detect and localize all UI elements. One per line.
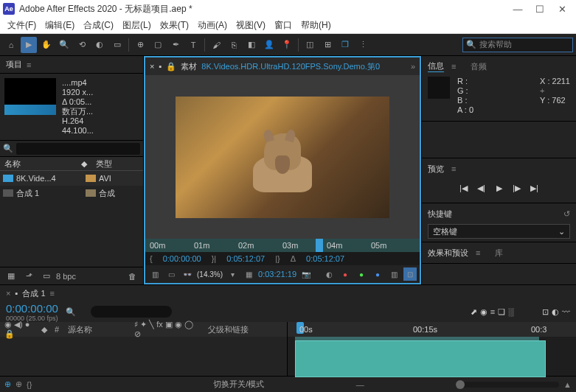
orbit-tool[interactable]: ⟲: [74, 37, 90, 53]
trash-icon[interactable]: 🗑: [124, 268, 140, 284]
tab-close-icon[interactable]: ×: [6, 289, 10, 298]
preview-area[interactable]: [145, 75, 420, 239]
list-item[interactable]: 合成 1 合成: [0, 186, 143, 200]
vb-icon[interactable]: ▥: [148, 267, 162, 281]
align-tool[interactable]: ❐: [337, 37, 353, 53]
tab-library[interactable]: 库: [495, 248, 503, 259]
puppet-tool[interactable]: 📍: [279, 37, 295, 53]
menu-file[interactable]: 文件(F): [3, 19, 41, 32]
extra-tool[interactable]: ⋮: [355, 37, 371, 53]
red-icon[interactable]: ●: [339, 267, 352, 281]
prev-frame-button[interactable]: ◀|: [476, 182, 487, 194]
current-time[interactable]: 0:03:21:19: [258, 270, 296, 279]
vb-active-icon[interactable]: ⊡: [403, 267, 417, 281]
camera-icon[interactable]: 📷: [299, 267, 313, 281]
tl-tool-icon[interactable]: ⬈: [471, 307, 477, 317]
menu-edit[interactable]: 编辑(E): [41, 19, 79, 32]
brush-tool[interactable]: 🖌: [208, 37, 224, 53]
tl-bottom-icon[interactable]: ⊕: [4, 379, 11, 389]
toggle-switches[interactable]: 切换开关/模式: [213, 379, 264, 390]
folder-icon[interactable]: ▭: [38, 268, 55, 284]
eraser-tool[interactable]: ◧: [243, 37, 260, 53]
time-ruler[interactable]: 00m 01m 02m 03m 04m 05m: [145, 239, 420, 252]
first-frame-button[interactable]: |◀: [458, 182, 470, 194]
col-name[interactable]: 名称: [0, 158, 81, 169]
clip-bar[interactable]: [295, 340, 546, 377]
panel-menu-icon[interactable]: ≡: [50, 289, 55, 298]
panel-menu-icon[interactable]: ≡: [27, 60, 31, 69]
search-icon[interactable]: 🔍: [3, 144, 13, 153]
viewer-tab-label[interactable]: 素材: [181, 61, 197, 72]
blend-icon[interactable]: ▪: [159, 62, 162, 71]
timeline-ruler[interactable]: 00s 00:15s 00:3: [288, 322, 576, 337]
tab-info[interactable]: 信息: [428, 60, 444, 72]
tab-audio[interactable]: 音频: [471, 61, 487, 72]
out-time[interactable]: 0:05:12:07: [226, 254, 265, 263]
project-filter[interactable]: [16, 143, 140, 155]
bpc-label[interactable]: 8 bpc: [56, 272, 76, 281]
close-button[interactable]: ✕: [551, 0, 573, 18]
home-icon[interactable]: ⌂: [3, 37, 19, 53]
panel-menu-icon[interactable]: ≡: [451, 62, 456, 71]
shortcut-select[interactable]: 空格键 ⌄: [428, 224, 570, 239]
zoom-in-icon[interactable]: ▲: [563, 380, 572, 389]
close-tab-icon[interactable]: ×: [150, 62, 154, 71]
menu-anim[interactable]: 动画(A): [193, 19, 232, 32]
tl-bottom-icon[interactable]: ⊕: [15, 379, 22, 389]
mask-tool[interactable]: ◫: [302, 37, 318, 53]
lock-icon[interactable]: 🔒: [166, 62, 176, 71]
hand-tool[interactable]: ✋: [38, 37, 55, 53]
menu-layer[interactable]: 图层(L): [118, 19, 156, 32]
vb-icon[interactable]: ▦: [242, 267, 255, 281]
col-parent[interactable]: 父级和链接: [204, 324, 253, 335]
camera-tool[interactable]: ▭: [109, 37, 125, 53]
menu-comp[interactable]: 合成(C): [79, 19, 118, 32]
timeline-search[interactable]: [91, 306, 172, 318]
in-time[interactable]: 0:00:00:00: [163, 254, 201, 263]
text-tool[interactable]: T: [185, 37, 201, 53]
col-type[interactable]: 类型: [96, 158, 143, 169]
vb-icon[interactable]: ▥: [387, 267, 400, 281]
play-button[interactable]: ▶: [493, 182, 505, 194]
panel-menu-icon[interactable]: ≡: [476, 248, 480, 257]
menu-effect[interactable]: 效果(T): [156, 19, 193, 32]
zoom-level[interactable]: (14.3%): [197, 267, 223, 281]
menu-window[interactable]: 窗口: [270, 19, 296, 32]
minimize-button[interactable]: —: [507, 0, 529, 18]
interpret-icon[interactable]: ▦: [3, 268, 19, 284]
snap-tool[interactable]: ⊞: [319, 37, 336, 53]
tl-tool-icon[interactable]: ◐: [552, 307, 559, 317]
col-source[interactable]: 源名称: [63, 324, 130, 335]
green-icon[interactable]: ●: [355, 267, 368, 281]
vb-icon[interactable]: ▾: [226, 267, 239, 281]
project-tab[interactable]: 项目: [6, 59, 22, 70]
menu-view[interactable]: 视图(V): [232, 19, 270, 32]
vb-icon[interactable]: ◐: [322, 267, 336, 281]
roto-tool[interactable]: 👤: [261, 37, 277, 53]
zoom-out-icon[interactable]: —: [356, 380, 364, 389]
timeline-timecode[interactable]: 0:00:00:00: [6, 302, 58, 315]
col-tag[interactable]: ◆: [81, 159, 96, 169]
maximize-button[interactable]: ☐: [529, 0, 551, 18]
panel-menu-icon[interactable]: ≡: [451, 164, 456, 173]
anchor-tool[interactable]: ⊕: [132, 37, 148, 53]
zoom-tool[interactable]: 🔍: [56, 37, 72, 53]
vb-icon[interactable]: ▭: [164, 267, 178, 281]
menu-help[interactable]: 帮助(H): [296, 19, 336, 32]
reset-icon[interactable]: ↺: [563, 209, 570, 219]
tl-tool-icon[interactable]: 〰: [562, 307, 570, 317]
flow-icon[interactable]: ⬏: [21, 268, 37, 284]
rect-tool[interactable]: ▢: [150, 37, 166, 53]
viewer-menu-icon[interactable]: »: [411, 62, 415, 71]
tl-tool-icon[interactable]: ◉: [480, 307, 487, 317]
tl-tool-icon[interactable]: ░: [508, 307, 514, 317]
tab-preview[interactable]: 预览: [428, 164, 444, 175]
timeline-comp-name[interactable]: 合成 1: [22, 288, 45, 299]
tl-tool-icon[interactable]: ⊡: [542, 307, 549, 317]
vb-icon[interactable]: 👓: [181, 267, 194, 281]
next-frame-button[interactable]: |▶: [511, 182, 523, 194]
tl-tool-icon[interactable]: ≡: [490, 307, 495, 317]
list-item[interactable]: 8K.Vide...4 AVI: [0, 171, 143, 186]
tl-bottom-icon[interactable]: {}: [27, 380, 32, 389]
pen-tool[interactable]: ✒: [167, 37, 184, 53]
